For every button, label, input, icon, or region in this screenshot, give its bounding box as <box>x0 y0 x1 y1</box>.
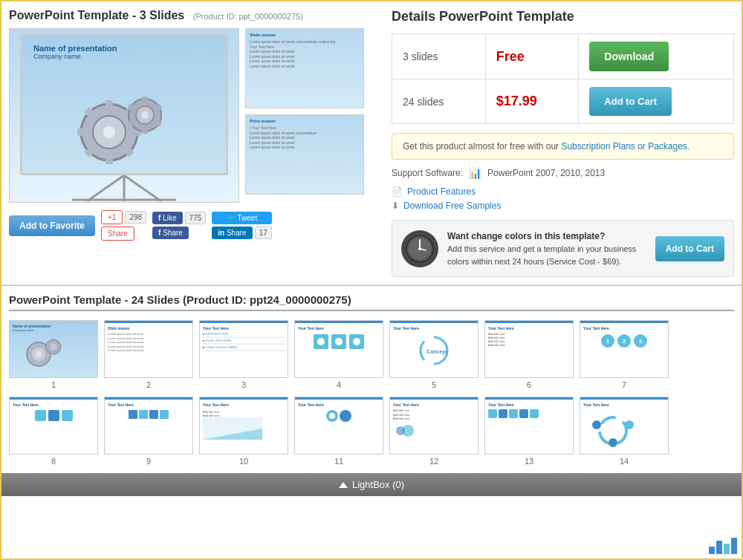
fb-share-button[interactable]: f Share <box>152 227 189 239</box>
slide-img-8: Your Text Here <box>9 397 98 455</box>
slide-thumb-8[interactable]: Your Text Here 8 <box>9 397 98 466</box>
thumb2-label: Print master <box>250 119 360 123</box>
svg-rect-9 <box>77 128 86 136</box>
color-change-text: Want change colors in this template? Add… <box>447 229 646 267</box>
fb-like-count: 775 <box>185 212 207 224</box>
slide-num-3: 3 <box>241 380 246 389</box>
gears-svg <box>57 84 191 166</box>
section-title: PowerPoint Template - 24 Slides (Product… <box>9 293 734 311</box>
slide-thumb-1[interactable]: Name of presentation Company name 1 <box>9 320 98 389</box>
fb-share-row: f Share <box>152 227 206 239</box>
slide-thumb-12[interactable]: Your Text Here Add title textAdd title t… <box>389 397 478 466</box>
ppt-icon: 📊 <box>469 167 481 179</box>
slide-thumb-6[interactable]: Your Text Here Add title textAdd title t… <box>484 320 574 389</box>
li-share-button[interactable]: in Share <box>212 227 252 239</box>
slides-24-label: 24 slides <box>392 79 486 124</box>
slide-thumb-4[interactable]: Your Text Here 4 <box>294 320 383 389</box>
add-favorite-button[interactable]: Add to Favorite <box>9 215 95 236</box>
slide-thumb-7[interactable]: Your Text Here 1 2 3 7 <box>580 320 669 389</box>
slide-img-10: Your Text Here Add title text Add title … <box>199 397 288 455</box>
slide1-gears <box>13 333 72 367</box>
tweet-button[interactable]: 🐦 Tweet <box>212 212 271 224</box>
download-button[interactable]: Download <box>589 42 669 71</box>
slide-num-1: 1 <box>51 380 56 389</box>
stand-svg <box>20 175 228 201</box>
links-section: 📄 Product Features ⬇ Download Free Sampl… <box>392 186 734 211</box>
svg-text:Concept: Concept <box>426 349 448 355</box>
svg-point-2 <box>103 126 115 138</box>
fb-like-button[interactable]: f Like <box>152 212 182 224</box>
thumb-inner-2: Print master • Your Text HereLorem ipsum… <box>246 115 363 194</box>
slide-thumb-11[interactable]: Your Text Here 11 <box>294 397 383 466</box>
chevron-up-icon <box>339 482 348 488</box>
color-change-box: Want change colors in this template? Add… <box>392 220 734 277</box>
slide-thumb-13[interactable]: Your Text Here 13 <box>484 397 574 466</box>
details-title: Details PowerPoint Template <box>392 9 734 25</box>
li-share-count: 17 <box>255 227 272 239</box>
slide12-svg <box>393 423 423 438</box>
lightbox-label: LightBox (0) <box>352 479 404 490</box>
svg-rect-17 <box>142 127 148 134</box>
fb-icon: f <box>158 214 160 222</box>
facebook-group: f Like 775 f Share <box>152 212 206 239</box>
top-section: PowerPoint Template - 3 Slides (Product … <box>1 1 742 285</box>
slide-thumb-5[interactable]: Your Text Here Concept 5 <box>389 320 478 389</box>
add-to-cart-color-button[interactable]: Add to Cart <box>655 236 724 261</box>
slide-num-5: 5 <box>432 380 436 389</box>
preview-area: Name of presentation Company name <box>9 28 380 203</box>
svg-line-20 <box>87 175 124 201</box>
thumb-inner-1: Slide master Lorem ipsum dolor sit amet,… <box>246 29 363 108</box>
google-group: +1 298 Share <box>101 210 146 241</box>
slide10-svg <box>203 417 262 440</box>
slide-content: Name of presentation Company name <box>22 36 226 64</box>
slide-img-7: Your Text Here 1 2 3 <box>580 320 669 378</box>
pricing-row-paid: 24 slides $17.99 Add to Cart <box>392 79 734 124</box>
subscription-link[interactable]: Subscription Plans or Packages. <box>561 141 690 152</box>
clock-icon-wrap <box>401 230 438 267</box>
slide-num-13: 13 <box>525 457 533 466</box>
add-to-cart-button-main[interactable]: Add to Cart <box>589 87 672 116</box>
download-samples-link[interactable]: ⬇ Download Free Samples <box>392 201 734 211</box>
slide-img-14: Your Text Here <box>580 397 669 455</box>
slide-img-2: Slide master Lorem ipsum dolor sit ametL… <box>104 320 193 378</box>
cycle-arrows-svg <box>583 410 643 447</box>
slides-row-2: Your Text Here 8 Your Text Here <box>9 397 734 466</box>
svg-point-33 <box>50 343 57 351</box>
slide-img-5: Your Text Here Concept <box>389 320 478 378</box>
slide-thumb-9[interactable]: Your Text Here 9 <box>104 397 193 466</box>
slide-main-subtitle: Company name <box>33 53 215 60</box>
thumb-slide-master[interactable]: Slide master Lorem ipsum dolor sit amet,… <box>245 28 364 108</box>
lightbox-bar[interactable]: LightBox (0) <box>1 473 742 496</box>
slide-img-9: Your Text Here <box>104 397 193 455</box>
cycle-svg: Concept <box>412 334 456 368</box>
slide-num-14: 14 <box>620 457 629 466</box>
svg-point-42 <box>625 420 634 429</box>
svg-rect-14 <box>142 97 148 103</box>
li-share-row: in Share 17 <box>212 227 271 239</box>
slides-3-label: 3 slides <box>392 34 486 79</box>
price-paid: $17.99 <box>496 94 537 108</box>
slide-num-6: 6 <box>527 380 531 389</box>
left-panel: PowerPoint Template - 3 Slides (Product … <box>9 9 380 277</box>
slide-img-13: Your Text Here <box>484 397 574 455</box>
svg-point-41 <box>592 420 601 429</box>
g-plus-button[interactable]: +1 <box>101 210 123 224</box>
thumb-print-master[interactable]: Print master • Your Text HereLorem ipsum… <box>245 114 364 195</box>
li-icon: in <box>218 229 224 237</box>
slides-row-1: Name of presentation Company name 1 <box>9 320 734 389</box>
slide-num-9: 9 <box>146 457 151 466</box>
social-row: Add to Favorite +1 298 Share f Like <box>9 210 380 241</box>
main-preview[interactable]: Name of presentation Company name <box>9 28 239 203</box>
slide-thumb-10[interactable]: Your Text Here Add title text Add title … <box>199 397 288 466</box>
slide-thumb-3[interactable]: Your Text Here ■ INTRODUCTION ■ YOUR TEX… <box>199 320 288 389</box>
slide-img-3: Your Text Here ■ INTRODUCTION ■ YOUR TEX… <box>199 320 288 378</box>
thumbnails-col: Slide master Lorem ipsum dolor sit amet,… <box>245 28 364 203</box>
slide-thumb-14[interactable]: Your Text Here 14 <box>580 397 669 466</box>
slide-thumb-2[interactable]: Slide master Lorem ipsum dolor sit ametL… <box>104 320 193 389</box>
color-change-heading: Want change colors in this template? <box>447 231 605 241</box>
g-share-row: Share <box>101 227 146 241</box>
g-share-button[interactable]: Share <box>101 227 134 241</box>
product-features-link[interactable]: 📄 Product Features <box>392 186 734 197</box>
color-change-body: Add this service and get a template in y… <box>447 244 636 266</box>
slide-img-4: Your Text Here <box>294 320 383 378</box>
